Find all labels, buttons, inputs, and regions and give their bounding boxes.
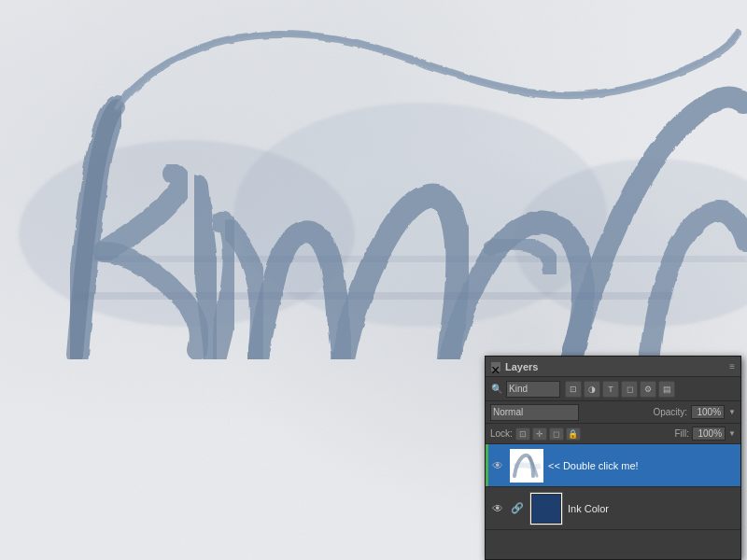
pixel-filter-icon[interactable]: ⊡ [565, 381, 582, 398]
panel-header-left: × Layers [491, 361, 538, 372]
layer-1-thumbnail [510, 449, 543, 483]
active-layer-indicator [486, 444, 488, 486]
toolbar-row1: 🔍 Kind Name Effect Mode ⊡ ◑ T ◻ ⚙ ▤ [486, 377, 740, 401]
layer-2-link-icon[interactable]: 🔗 [510, 501, 525, 516]
lock-artboard-button[interactable]: ◻ [549, 427, 564, 441]
toolbar-row2: Normal Dissolve Multiply Screen Overlay … [486, 401, 740, 424]
kind-select[interactable]: Kind Name Effect Mode [506, 381, 560, 398]
panel-header: × Layers ≡ [486, 357, 740, 377]
layer-1-name: << Double click me! [548, 460, 736, 471]
fill-arrow-icon: ▼ [728, 429, 736, 438]
type-filter-icon[interactable]: T [602, 381, 619, 398]
layers-list: 👁 << Double click me! 👁 🔗 Ink Color [486, 444, 740, 559]
opacity-arrow-icon: ▼ [728, 408, 736, 416]
shape-filter-icon[interactable]: ◻ [621, 381, 638, 398]
panel-title: Layers [505, 361, 538, 372]
fill-label: Fill: [675, 428, 690, 439]
watercolor-canvas [0, 0, 747, 359]
panel-close-button[interactable]: × [491, 362, 500, 371]
opacity-value[interactable]: 100% [691, 405, 725, 419]
search-icon: 🔍 [490, 383, 503, 396]
toolbar-row3: Lock: ⊡ ✛ ◻ 🔒 Fill: 100% ▼ [486, 424, 740, 444]
smart-filter-icon[interactable]: ⚙ [640, 381, 656, 398]
lock-all-button[interactable]: 🔒 [566, 427, 581, 441]
layer-2-name: Ink Color [568, 503, 736, 514]
layer-1-visibility-icon[interactable]: 👁 [490, 458, 505, 473]
layers-panel: × Layers ≡ 🔍 Kind Name Effect Mode ⊡ ◑ T… [485, 356, 741, 560]
adjustment-filter-icon[interactable]: ◑ [584, 381, 600, 398]
panel-menu-button[interactable]: ≡ [729, 361, 735, 371]
extra-filter-icon[interactable]: ▤ [658, 381, 675, 398]
ink-color-swatch [531, 494, 561, 524]
opacity-label: Opacity: [653, 407, 687, 417]
toolbar-icons: ⊡ ◑ T ◻ ⚙ ▤ [565, 381, 675, 398]
lock-position-button[interactable]: ✛ [532, 427, 547, 441]
layer-row-1[interactable]: 👁 << Double click me! [486, 444, 740, 487]
lock-icons: ⊡ ✛ ◻ 🔒 [515, 427, 581, 441]
layer-2-visibility-icon[interactable]: 👁 [490, 501, 505, 516]
fill-value[interactable]: 100% [692, 427, 726, 441]
lock-label: Lock: [490, 428, 513, 439]
blend-mode-select[interactable]: Normal Dissolve Multiply Screen Overlay [490, 404, 579, 421]
lock-pixels-button[interactable]: ⊡ [515, 427, 530, 441]
layer-row-2[interactable]: 👁 🔗 Ink Color [486, 487, 740, 530]
layer-2-thumbnail [529, 492, 563, 525]
